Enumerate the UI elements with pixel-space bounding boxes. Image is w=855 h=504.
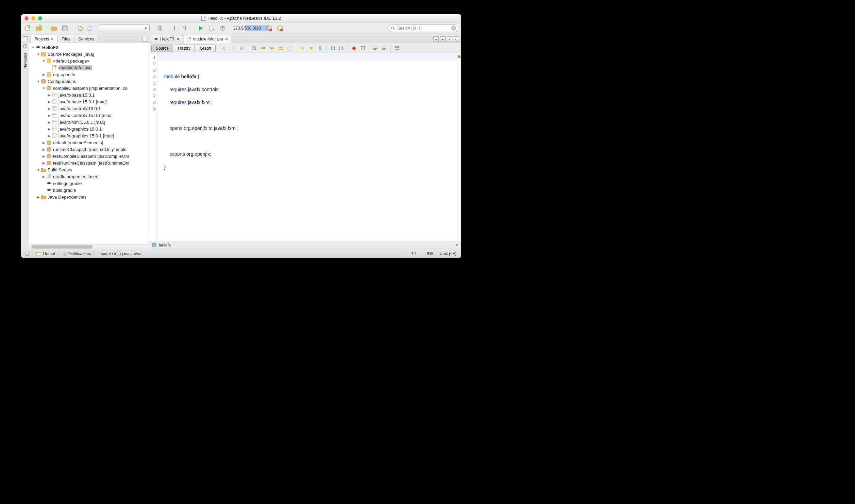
notifications-button[interactable]: iNotifications	[59, 249, 95, 258]
find-selection-icon[interactable]	[250, 45, 258, 52]
tree-dep[interactable]: javafx-controls:15.0.1	[58, 106, 101, 111]
tree-project-root[interactable]: HelloFX	[42, 45, 58, 50]
svg-rect-49	[279, 47, 283, 48]
last-edit-icon[interactable]	[238, 45, 246, 52]
close-icon[interactable]: ✕	[225, 37, 228, 41]
prev-bookmark-icon[interactable]	[298, 45, 306, 52]
memory-indicator[interactable]: 273.9/538.0MB	[231, 25, 263, 31]
navigator-label[interactable]: Navigator	[23, 53, 27, 69]
svg-rect-24	[53, 93, 56, 97]
compass-icon[interactable]	[23, 44, 28, 49]
tree-module-info[interactable]: module-info.java	[58, 65, 92, 70]
cursor-position[interactable]: 1:1	[406, 249, 422, 258]
new-file-button[interactable]	[23, 23, 33, 33]
tree-settings-gradle[interactable]: settings.gradle	[53, 181, 82, 186]
scroll-left-icon[interactable]: ◂	[433, 36, 439, 42]
tree-default-package[interactable]: <default package>	[53, 58, 89, 64]
insert-mode[interactable]: INS	[422, 249, 438, 258]
debug-button[interactable]	[207, 23, 216, 33]
panel-menu-icon[interactable]	[142, 37, 147, 41]
tree-dep[interactable]: javafx-base:15.0.1	[58, 93, 95, 98]
tab-projects[interactable]: Projects✕	[31, 35, 57, 43]
search-input[interactable]: Search (⌘+I) ✕	[388, 24, 459, 32]
tree-dep[interactable]: javafx-base:15.0.1 [mac]	[58, 99, 107, 104]
macro-record-icon[interactable]	[350, 45, 358, 52]
redo-button[interactable]	[86, 23, 95, 33]
window-zoom-button[interactable]	[38, 16, 42, 20]
forward-icon[interactable]	[229, 45, 237, 52]
search-clear-icon[interactable]: ✕	[451, 26, 456, 31]
tree-cfg-testcompile[interactable]: testCompileClasspath [testCompileOnl	[53, 154, 129, 159]
code-editor[interactable]: 123456789 module hellofx { requires java…	[149, 53, 461, 241]
tree-cfg-default[interactable]: default [runtimeElements]	[53, 140, 103, 145]
save-all-button[interactable]	[60, 23, 69, 33]
ide-window: HelloFX - Apache NetBeans IDE 12.2 273.9…	[21, 14, 461, 258]
minimize-icon[interactable]	[23, 36, 28, 41]
editor-tab-hellofx[interactable]: HelloFX✕	[151, 35, 183, 43]
tree-configurations[interactable]: Configurations	[48, 79, 76, 84]
tree-dep[interactable]: javafx-fxml:15.0.1 [mac]	[58, 120, 105, 125]
horizontal-scrollbar[interactable]	[29, 244, 149, 249]
globe-icon[interactable]	[155, 23, 165, 33]
dropdown-icon[interactable]: ▾	[447, 36, 452, 42]
back-icon[interactable]	[220, 45, 228, 52]
find-prev-icon[interactable]	[259, 45, 267, 52]
maximize-icon[interactable]: ▭	[454, 36, 459, 42]
tree-build-scripts[interactable]: Build Scripts	[48, 167, 72, 172]
macro-stop-icon[interactable]	[359, 45, 367, 52]
clean-build-button[interactable]	[181, 23, 190, 33]
build-button[interactable]	[170, 23, 180, 33]
new-project-button[interactable]	[34, 23, 44, 33]
project-tree[interactable]: ▼HelloFX ▼Source Packages [java] ▼<defau…	[29, 43, 149, 244]
profile-button[interactable]	[218, 23, 227, 33]
toggle-bookmark-icon[interactable]	[316, 45, 324, 52]
tree-build-gradle[interactable]: build.gradle	[53, 188, 76, 193]
tree-dep[interactable]: javafx-controls:15.0.1 [mac]	[58, 113, 113, 118]
more-icon[interactable]	[393, 45, 401, 52]
close-icon[interactable]: ✕	[177, 37, 180, 41]
uncomment-icon[interactable]	[380, 45, 388, 52]
line-ending[interactable]: Unix (LF)	[438, 249, 461, 258]
gc-button-2[interactable]	[275, 23, 285, 33]
comment-icon[interactable]	[371, 45, 380, 52]
tree-gradle-props[interactable]: gradle.properties [user]	[53, 174, 99, 179]
editor-tab-module-info[interactable]: module-info.java✕	[184, 35, 231, 43]
breadcrumb-item[interactable]: hellofx	[159, 243, 171, 248]
tree-cfg-testruntime[interactable]: testRuntimeClasspath [testRuntimeOnl	[53, 161, 129, 166]
config-combo[interactable]	[99, 24, 150, 32]
window-title: HelloFX - Apache NetBeans IDE 12.2	[207, 16, 281, 21]
shift-left-icon[interactable]	[329, 45, 337, 52]
tree-java-deps[interactable]: Java Dependencies	[48, 195, 86, 200]
source-view-button[interactable]: Source	[151, 45, 173, 52]
classpath-icon	[46, 85, 52, 91]
find-next-icon[interactable]	[268, 45, 276, 52]
graph-view-button[interactable]: Graph	[196, 45, 215, 52]
tree-source-packages[interactable]: Source Packages [java]	[48, 52, 94, 57]
error-stripe[interactable]	[457, 53, 461, 241]
scroll-right-icon[interactable]: ▸	[440, 36, 446, 42]
restore-windows-icon[interactable]	[21, 249, 33, 258]
open-project-button[interactable]	[49, 23, 58, 33]
undo-button[interactable]	[75, 23, 84, 33]
window-close-button[interactable]	[24, 16, 29, 20]
breadcrumb-close-icon[interactable]: ✕	[455, 243, 458, 248]
svg-rect-51	[288, 46, 292, 50]
shift-right-icon[interactable]	[337, 45, 346, 52]
tree-org-openjfx[interactable]: org.openjfx	[53, 72, 75, 77]
tab-services[interactable]: Services	[75, 35, 98, 43]
next-bookmark-icon[interactable]	[307, 45, 315, 52]
window-minimize-button[interactable]	[31, 16, 35, 20]
tree-dep[interactable]: javafx-graphics:15.0.1 [mac]	[58, 133, 114, 138]
tree-cfg-runtime[interactable]: runtimeClasspath [runtimeOnly, imple	[53, 147, 127, 152]
tree-compile-classpath[interactable]: compileClasspath [implementation, co	[53, 86, 128, 91]
history-view-button[interactable]: History	[174, 45, 195, 52]
toggle-highlight-icon[interactable]	[277, 45, 285, 52]
output-button[interactable]: Output	[33, 249, 59, 258]
run-button[interactable]	[196, 23, 205, 33]
svg-rect-8	[174, 28, 175, 31]
tab-files[interactable]: Files	[58, 35, 74, 43]
close-icon[interactable]: ✕	[50, 37, 53, 41]
toggle-rect-icon[interactable]	[286, 45, 294, 52]
tree-dep[interactable]: javafx-graphics:15.0.1	[58, 127, 102, 132]
svg-rect-52	[319, 46, 321, 50]
